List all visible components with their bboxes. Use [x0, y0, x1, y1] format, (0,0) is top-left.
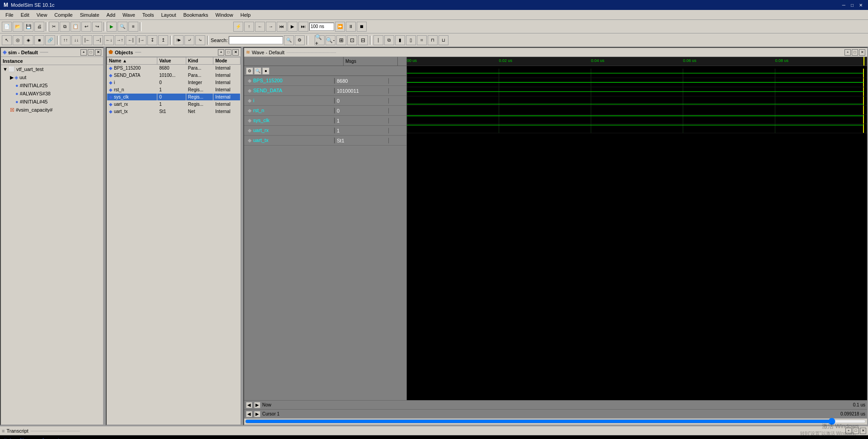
objects-panel-pin[interactable]: +	[218, 49, 224, 56]
transcript-pin[interactable]: +	[845, 428, 852, 434]
btn-marker6[interactable]: ⊓	[428, 35, 438, 45]
minimize-button[interactable]: ─	[840, 3, 847, 8]
title-bar-controls[interactable]: ─ □ ✕	[840, 3, 864, 8]
wave-signal-row-uart_tx[interactable]: ◆uart_tx St1	[244, 136, 406, 146]
btn-wave3[interactable]: ←	[255, 22, 265, 32]
btn-wc7[interactable]: ←|	[126, 35, 136, 45]
btn-print[interactable]: 🖨	[34, 22, 44, 32]
btn-wc8[interactable]: |→	[137, 35, 146, 45]
objects-row-uart_rx[interactable]: ◆uart_rx 1 Regis... Internal	[107, 101, 241, 108]
btn-wc4[interactable]: →|	[93, 35, 103, 45]
cursor-nav-left[interactable]: ◀	[246, 411, 252, 417]
btn-wc3[interactable]: |←	[82, 35, 92, 45]
btn-continue[interactable]: ⏭	[298, 22, 308, 32]
btn-sim5[interactable]: 🔗	[45, 35, 55, 45]
btn-sim1[interactable]: ↖	[2, 35, 12, 45]
btn-wc1[interactable]: ↑↑	[61, 35, 71, 45]
btn-restart[interactable]: ⏮	[277, 22, 287, 32]
btn-marker4[interactable]: ▯	[406, 35, 416, 45]
wave-signal-btn2[interactable]: 🔍	[254, 67, 261, 75]
btn-marker1[interactable]: |	[373, 35, 383, 45]
tree-item-uut[interactable]: ▶ ◈ uut	[1, 73, 103, 81]
transcript-float[interactable]: □	[853, 428, 859, 434]
menu-view[interactable]: View	[33, 11, 51, 19]
col-name[interactable]: Name ▲	[107, 57, 157, 65]
btn-wn2[interactable]: ⤶	[184, 35, 194, 45]
menu-simulate[interactable]: Simulate	[76, 11, 103, 19]
wave-panel-pin[interactable]: +	[844, 49, 851, 56]
col-kind[interactable]: Kind	[186, 57, 213, 65]
wave-signal-row-sys_clk[interactable]: ◆sys_clk 1	[244, 116, 406, 126]
menu-compile[interactable]: Compile	[51, 11, 76, 19]
btn-run-green[interactable]: ▶	[107, 22, 117, 32]
transcript-close[interactable]: ✕	[860, 428, 866, 434]
wave-nav-left[interactable]: ◀	[246, 402, 252, 408]
btn-wn3[interactable]: ⤷	[195, 35, 205, 45]
menu-bookmarks[interactable]: Bookmarks	[180, 11, 212, 19]
btn-new[interactable]: 📄	[2, 22, 12, 32]
btn-zoom-in[interactable]: 🔍+	[315, 35, 325, 45]
btn-save[interactable]: 💾	[24, 22, 33, 32]
btn-undo[interactable]: ↩	[81, 22, 91, 32]
btn-paste[interactable]: 📋	[71, 22, 80, 32]
btn-sim2[interactable]: ◎	[13, 35, 23, 45]
wave-signal-row-uart_rx[interactable]: ◆uart_rx 1	[244, 126, 406, 136]
wave-panel-float[interactable]: □	[852, 49, 858, 56]
sim-panel-pin[interactable]: +	[80, 49, 87, 56]
btn-wave4[interactable]: →	[266, 22, 276, 32]
wave-signal-row-send_data[interactable]: ◆SEND_DATA 10100011	[244, 86, 406, 96]
btn-marker3[interactable]: ▮	[395, 35, 405, 45]
btn-wc2[interactable]: ↓↓	[71, 35, 81, 45]
btn-zoom-out[interactable]: 🔍-	[326, 35, 335, 45]
objects-row-sys_clk[interactable]: ◆sys_clk 0 Regis... Internal	[107, 94, 241, 101]
btn-open[interactable]: 📂	[13, 22, 23, 32]
btn-wc5[interactable]: ←↓	[104, 35, 114, 45]
menu-tools[interactable]: Tools	[139, 11, 158, 19]
btn-stepover[interactable]: ⏸	[346, 22, 356, 32]
menu-layout[interactable]: Layout	[158, 11, 180, 19]
btn-zoom-cursor[interactable]: ⊟	[358, 35, 368, 45]
search-input[interactable]	[229, 36, 283, 44]
objects-row-rst_n[interactable]: ◆rst_n 1 Regis... Internal	[107, 86, 241, 94]
btn-wc10[interactable]: ↥	[158, 35, 168, 45]
wave-nav-right[interactable]: ▶	[254, 402, 260, 408]
btn-wave2[interactable]: ↑	[244, 22, 254, 32]
objects-row-send_data[interactable]: ◆SEND_DATA 10100... Para... Internal	[107, 72, 241, 79]
btn-find[interactable]: 🔍	[118, 22, 127, 32]
btn-step[interactable]: ⏩	[335, 22, 345, 32]
col-value[interactable]: Value	[157, 57, 186, 65]
wave-signal-btn3[interactable]: ●	[262, 67, 269, 75]
btn-marker5[interactable]: ⌗	[417, 35, 427, 45]
wave-signal-row-rst_n[interactable]: ◆rst_n 0	[244, 106, 406, 116]
menu-edit[interactable]: Edit	[17, 11, 33, 19]
menu-add[interactable]: Add	[103, 11, 119, 19]
wave-signal-row-bps_115200[interactable]: ◆BPS_115200 8680	[244, 76, 406, 86]
btn-sim3[interactable]: ◈	[24, 35, 33, 45]
menu-file[interactable]: File	[2, 11, 17, 19]
btn-wc6[interactable]: →↑	[115, 35, 125, 45]
btn-marker7[interactable]: ⊔	[439, 35, 448, 45]
btn-search-find[interactable]: 🔍	[284, 35, 294, 45]
objects-panel-close[interactable]: ✕	[232, 49, 239, 56]
tree-item-vtf[interactable]: ▼ ⬜ vtf_uart_test	[1, 65, 103, 73]
menu-help[interactable]: Help	[237, 11, 255, 19]
objects-panel-float[interactable]: □	[225, 49, 231, 56]
btn-search-opt[interactable]: ⚙	[295, 35, 305, 45]
objects-row-bps_115200[interactable]: ◆BPS_115200 8680 Para... Internal	[107, 65, 241, 72]
btn-zoom-full[interactable]: ⊞	[336, 35, 346, 45]
btn-cut[interactable]: ✂	[49, 22, 59, 32]
close-button[interactable]: ✕	[857, 3, 864, 8]
objects-row-uart_tx[interactable]: ◆uart_tx St1 Net Internal	[107, 108, 241, 115]
tree-item-initial45[interactable]: ● #INITIAL#45	[1, 98, 103, 106]
btn-redo[interactable]: ↪	[92, 22, 102, 32]
menu-wave[interactable]: Wave	[119, 11, 139, 19]
btn-wn1[interactable]: 3▶	[174, 35, 184, 45]
tree-item-initial25[interactable]: ● #INITIAL#25	[1, 81, 103, 90]
btn-sim4[interactable]: ■	[34, 35, 44, 45]
tree-item-always38[interactable]: ● #ALWAYS#38	[1, 90, 103, 98]
btn-break[interactable]: ⏹	[357, 22, 367, 32]
btn-run-time[interactable]: ▶	[288, 22, 297, 32]
btn-wc9[interactable]: ↧	[147, 35, 157, 45]
btn-copy[interactable]: ⧉	[60, 22, 70, 32]
menu-window[interactable]: Window	[212, 11, 237, 19]
